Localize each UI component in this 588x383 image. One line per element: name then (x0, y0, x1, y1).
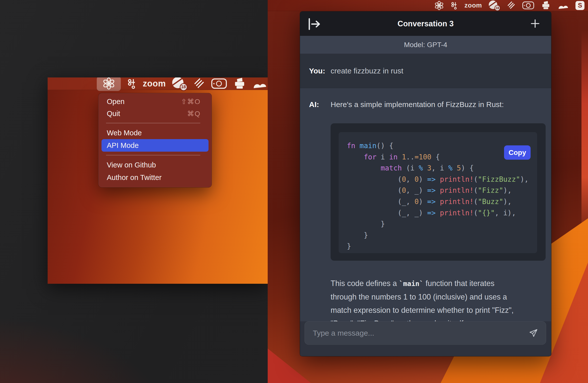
model-label: Model: GPT-4 (404, 41, 447, 49)
code-line: (_, _) => println!("{}", i), (347, 208, 535, 219)
sidebar-arrow-icon (308, 18, 321, 30)
explanation-line: match expression to determine whether to… (331, 304, 549, 317)
menu-item-label: API Mode (107, 141, 139, 150)
user-message-text: create fizzbuzz in rust (331, 67, 403, 75)
printer-icon (541, 1, 551, 10)
send-button[interactable] (528, 328, 538, 338)
message-input-container (305, 321, 546, 345)
menu-item-api-mode[interactable]: API Mode (102, 139, 209, 152)
code-line: } (347, 219, 535, 230)
explanation-line: This code defines a `main` function that… (331, 277, 549, 290)
printer-menubar-item[interactable] (541, 1, 551, 10)
code-block-card: fn main() { for i in 1..=100 { match (i … (331, 123, 546, 261)
ai-message-block: AI: Here's a simple implementation of Fi… (300, 88, 551, 356)
right-screenshot-panel: zoom 18 (268, 0, 588, 383)
camera-pill-icon (522, 2, 534, 9)
wallpaper-red-edge (581, 30, 588, 241)
zoom-app-label: zoom (464, 2, 482, 9)
menu-item-author-on-twitter[interactable]: Author on Twitter (99, 171, 212, 184)
menu-item-label: View on Github (107, 161, 156, 169)
paper-plane-icon (528, 328, 538, 338)
menu-separator (106, 123, 200, 123)
camera-pill-icon (211, 78, 227, 89)
model-bar: Model: GPT-4 (300, 36, 551, 54)
badge-18-menubar-item[interactable]: 18 (489, 1, 500, 11)
sparkle-gem-icon (507, 1, 516, 10)
menu-bar: zoom 18 (268, 0, 588, 11)
window-title: Conversation 3 (300, 19, 551, 28)
composer-bar (300, 321, 551, 356)
code-line: match (i % 3, i % 5) { (347, 163, 535, 174)
zoom-menubar-item[interactable]: zoom (143, 79, 166, 88)
menu-item-shortcut: ⌘Q (187, 110, 201, 118)
message-input[interactable] (313, 322, 494, 344)
code-block: fn main() { for i in 1..=100 { match (i … (339, 132, 537, 253)
explanation-line: through the numbers 1 to 100 (inclusive)… (331, 290, 549, 304)
menu-item-label: Open (107, 98, 125, 106)
arches-icon (557, 2, 569, 9)
code-line: } (347, 230, 535, 241)
badge-18: 18 (495, 5, 501, 11)
menu-item-label: Author on Twitter (107, 173, 162, 182)
key-combo-menubar-item[interactable] (127, 78, 136, 89)
camera-menubar-item[interactable] (522, 2, 534, 9)
chat-window: Conversation 3 Model: GPT-4 You: create (300, 11, 551, 356)
menu-bar: zoom 18 (48, 77, 268, 90)
composite-screenshot: zoom 18 (0, 0, 588, 383)
printer-menubar-item[interactable] (233, 77, 246, 90)
sparkle-menubar-item[interactable] (193, 78, 205, 89)
s-app-icon: S (575, 1, 584, 10)
user-message-row: You: create fizzbuzz in rust (300, 54, 551, 88)
sparkle-menubar-item[interactable] (507, 1, 516, 10)
badge-18: 18 (180, 83, 187, 91)
code-line: } (347, 241, 535, 252)
s-app-menubar-item[interactable]: S (575, 1, 584, 10)
you-label: You: (309, 67, 331, 75)
zoom-menubar-item[interactable]: zoom (464, 2, 482, 9)
key-combo-icon (127, 78, 136, 89)
arches-menubar-item[interactable] (252, 79, 267, 88)
tray-dropdown-menu: Open ⇧⌘O Quit ⌘Q Web Mode API Mode View … (98, 93, 212, 187)
ai-label: AI: (309, 100, 331, 109)
code-line: (0, _) => println!("Fizz"), (347, 185, 535, 196)
menu-item-shortcut: ⇧⌘O (181, 98, 201, 106)
arches-menubar-item[interactable] (557, 2, 569, 9)
menu-item-label: Web Mode (107, 129, 142, 137)
window-header: Conversation 3 (300, 12, 551, 36)
openai-logo-icon (434, 1, 444, 10)
key-combo-menubar-item[interactable] (451, 1, 458, 10)
circle-badge-18-icon: 18 (489, 1, 500, 11)
printer-icon (233, 77, 246, 90)
zoom-app-label: zoom (143, 79, 166, 88)
openai-logo-icon (103, 77, 115, 90)
inline-code-main: `main` (399, 280, 424, 288)
menu-item-view-on-github[interactable]: View on Github (99, 159, 212, 171)
camera-menubar-item[interactable] (211, 78, 227, 89)
openai-menubar-item[interactable] (97, 77, 121, 91)
plus-icon (531, 19, 540, 28)
circle-badge-18-icon: 18 (172, 77, 187, 90)
code-line: (_, 0) => println!("Buzz"), (347, 196, 535, 208)
badge-18-menubar-item[interactable]: 18 (172, 77, 187, 90)
code-line: (0, 0) => println!("FizzBuzz"), (347, 174, 535, 185)
ai-intro-text: Here's a simple implementation of FizzBu… (331, 100, 504, 109)
key-combo-icon (451, 1, 458, 10)
menu-item-label: Quit (107, 110, 120, 118)
menu-item-quit[interactable]: Quit ⌘Q (99, 108, 212, 120)
arches-icon (252, 79, 267, 88)
sparkle-gem-icon (193, 78, 205, 89)
ai-message-row: AI: Here's a simple implementation of Fi… (309, 100, 546, 109)
open-sidebar-button[interactable] (308, 18, 321, 30)
copy-code-button[interactable]: Copy (504, 145, 531, 160)
openai-menubar-item[interactable] (434, 1, 444, 10)
new-conversation-button[interactable] (531, 19, 540, 28)
menu-separator (106, 155, 200, 155)
menu-item-web-mode[interactable]: Web Mode (99, 127, 212, 139)
menu-item-open[interactable]: Open ⇧⌘O (99, 95, 212, 108)
